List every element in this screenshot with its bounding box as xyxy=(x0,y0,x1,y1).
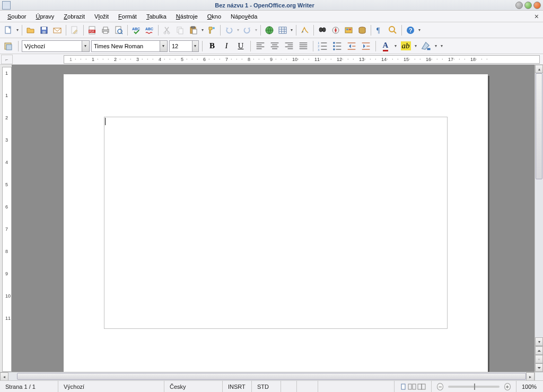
align-right-button[interactable] xyxy=(283,40,295,53)
zoom-slider[interactable] xyxy=(448,386,499,388)
zoom-in-button[interactable]: + xyxy=(504,383,511,390)
font-name-combo[interactable]: ▾ xyxy=(91,40,168,52)
toolbar-overflow[interactable]: ▾ xyxy=(417,28,422,32)
table-dropdown[interactable]: ▾ xyxy=(290,28,294,32)
align-left-button[interactable] xyxy=(254,40,267,53)
menu-format[interactable]: Formát xyxy=(114,12,141,21)
table-button[interactable] xyxy=(276,24,289,37)
zoom-out-button[interactable]: − xyxy=(437,383,443,390)
highlight-dropdown[interactable]: ▾ xyxy=(414,43,418,48)
align-center-button[interactable] xyxy=(268,40,281,53)
view-layout-cell[interactable] xyxy=(395,381,432,392)
scroll-down-button[interactable]: ▾ xyxy=(535,337,543,346)
find-replace-button[interactable] xyxy=(316,24,329,37)
new-dropdown[interactable]: ▾ xyxy=(15,28,20,32)
font-color-button[interactable]: A xyxy=(379,40,392,53)
close-button[interactable] xyxy=(533,2,541,9)
background-color-button[interactable] xyxy=(419,40,432,53)
scroll-thumb[interactable] xyxy=(17,373,526,380)
scroll-track[interactable] xyxy=(535,73,543,337)
nav-button[interactable]: ◦ xyxy=(535,355,543,363)
undo-dropdown[interactable]: ▾ xyxy=(236,28,240,32)
menu-tabulka[interactable]: Tabulka xyxy=(142,12,171,21)
scroll-right-button[interactable]: ▸ xyxy=(526,372,535,381)
menu-nastroje[interactable]: Nástroje xyxy=(172,12,202,21)
gallery-button[interactable] xyxy=(343,24,355,37)
print-preview-button[interactable] xyxy=(112,24,125,37)
prev-page-button[interactable]: ⏶ xyxy=(535,346,543,355)
scroll-thumb[interactable] xyxy=(536,73,542,179)
data-sources-button[interactable] xyxy=(356,24,369,37)
book-page-icon[interactable] xyxy=(417,383,426,390)
show-draw-button[interactable] xyxy=(299,24,311,37)
signature-cell[interactable] xyxy=(297,381,318,392)
zoom-slider-cell[interactable]: − + xyxy=(432,381,516,392)
horizontal-ruler[interactable]: 1···1···2···3···4···5···6···7···8···9···… xyxy=(64,55,540,64)
font-size-input[interactable] xyxy=(170,43,192,49)
language-cell[interactable]: Česky xyxy=(164,381,223,392)
spellcheck-button[interactable]: ABC xyxy=(130,24,143,37)
document-close-button[interactable]: × xyxy=(535,12,539,21)
menu-zobrazit[interactable]: Zobrazit xyxy=(59,12,89,21)
font-size-combo[interactable]: ▾ xyxy=(169,40,199,52)
auto-spellcheck-button[interactable]: ABC xyxy=(143,24,156,37)
dropdown-icon[interactable]: ▾ xyxy=(192,41,198,51)
menu-okno[interactable]: Okno xyxy=(203,12,225,21)
scroll-left-button[interactable]: ◂ xyxy=(0,372,8,381)
fmt-toolbar-overflow[interactable]: ▾ xyxy=(440,43,444,48)
copy-button[interactable] xyxy=(174,24,187,37)
background-color-dropdown[interactable]: ▾ xyxy=(434,43,438,48)
horizontal-scrollbar[interactable]: ◂ ▸ xyxy=(0,372,543,380)
multi-page-icon[interactable] xyxy=(408,383,416,390)
hyperlink-button[interactable] xyxy=(263,24,276,37)
open-button[interactable] xyxy=(24,24,37,37)
menu-soubor[interactable]: Soubor xyxy=(3,12,30,21)
menu-vlozit[interactable]: Vložit xyxy=(90,12,113,21)
undo-button[interactable] xyxy=(223,24,235,37)
help-button[interactable]: ? xyxy=(404,24,417,37)
scroll-up-button[interactable]: ▴ xyxy=(535,65,543,73)
italic-button[interactable]: I xyxy=(220,40,233,53)
selection-mode-cell[interactable]: STD xyxy=(252,381,281,392)
edit-file-button[interactable] xyxy=(68,24,81,37)
print-button[interactable] xyxy=(99,24,112,37)
cut-button[interactable] xyxy=(161,24,173,37)
email-button[interactable] xyxy=(51,24,64,37)
format-paintbrush-button[interactable] xyxy=(205,24,218,37)
menu-upravy[interactable]: Úpravy xyxy=(31,12,58,21)
redo-dropdown[interactable]: ▾ xyxy=(254,28,258,32)
align-justify-button[interactable] xyxy=(297,40,310,53)
tab-stop-button[interactable]: ⌐ xyxy=(1,55,13,64)
maximize-button[interactable] xyxy=(524,2,532,9)
menu-napoveda[interactable]: Nápověda xyxy=(226,12,261,21)
nonprinting-chars-button[interactable]: ¶ xyxy=(373,24,386,37)
save-button[interactable] xyxy=(38,24,50,37)
paragraph-style-input[interactable] xyxy=(22,43,82,49)
paragraph-style-combo[interactable]: ▾ xyxy=(22,40,90,52)
numbered-list-button[interactable]: 123 xyxy=(317,40,329,53)
single-page-icon[interactable] xyxy=(400,383,407,390)
vertical-ruler[interactable]: 11234567891011 xyxy=(2,67,12,372)
styles-button[interactable] xyxy=(2,40,15,53)
vertical-scrollbar[interactable]: ▴ ▾ ⏶ ◦ ⏷ xyxy=(535,65,543,372)
navigator-button[interactable] xyxy=(329,24,342,37)
minimize-button[interactable] xyxy=(515,2,523,9)
scroll-track[interactable] xyxy=(8,372,526,380)
document-area[interactable] xyxy=(12,65,535,372)
export-pdf-button[interactable]: PDF xyxy=(86,24,99,37)
bullet-list-button[interactable] xyxy=(331,40,344,53)
insert-mode-cell[interactable]: INSRT xyxy=(223,381,252,392)
font-color-dropdown[interactable]: ▾ xyxy=(393,43,398,48)
font-name-input[interactable] xyxy=(92,43,160,49)
next-page-button[interactable]: ⏷ xyxy=(535,363,543,372)
zoom-thumb[interactable] xyxy=(474,384,475,390)
paste-button[interactable] xyxy=(187,24,200,37)
dropdown-icon[interactable]: ▾ xyxy=(160,41,167,51)
page[interactable] xyxy=(64,74,488,372)
highlight-button[interactable]: ab xyxy=(399,40,412,53)
dropdown-icon[interactable]: ▾ xyxy=(82,41,89,51)
bold-button[interactable]: B xyxy=(206,40,218,53)
new-button[interactable] xyxy=(2,24,15,37)
page-style-cell[interactable]: Výchozí xyxy=(58,381,164,392)
zoom-value-cell[interactable]: 100% xyxy=(516,381,543,392)
